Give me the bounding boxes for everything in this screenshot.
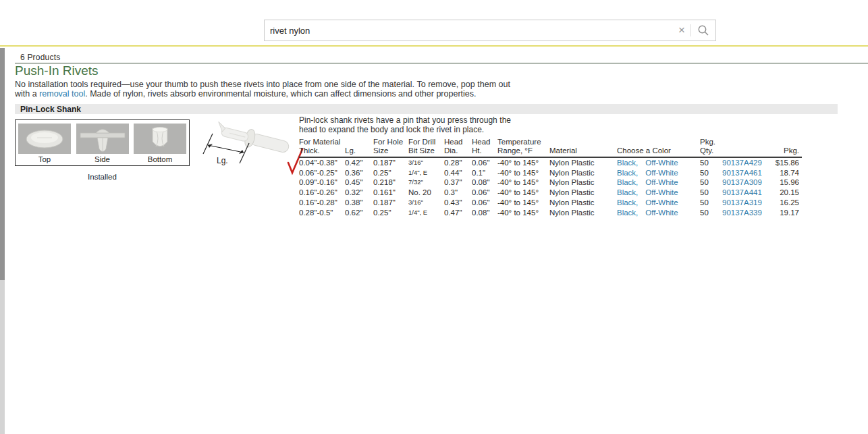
table-row: 0.06"-0.25"0.36"0.25"1/4", E0.44"0.1"-40… [299,168,802,178]
part-number-link[interactable]: 90137A339 [722,209,762,217]
color-link-black[interactable]: Black, [617,188,638,196]
cell-material: Nylon Plastic [549,157,617,168]
search-button[interactable] [691,21,715,40]
table-row: 0.28"-0.5"0.62"0.25"1/4", E0.47"0.08"-40… [299,208,802,218]
clear-search-icon[interactable]: × [673,21,690,40]
table-row: 0.16"-0.28"0.38"0.187"3/16"0.43"0.06"-40… [299,198,802,208]
cell-thick: 0.28"-0.5" [299,208,345,218]
view-bottom: Bottom [134,124,186,165]
yellow-divider [0,45,868,47]
cell-drill: No. 20 [408,188,444,198]
search-input[interactable] [265,26,673,36]
cell-material: Nylon Plastic [549,178,617,188]
cell-material: Nylon Plastic [549,198,617,208]
column-header-colors: Choose a Color [617,138,700,157]
color-link-offwhite[interactable]: Off-White [645,188,678,196]
cell-colors: Black,Off-White [617,178,700,188]
view-label: Side [94,155,110,163]
color-link-black[interactable]: Black, [617,198,638,207]
cell-ht: 0.1" [472,168,497,178]
cell-thick: 0.16"-0.26" [299,188,345,198]
cell-hole: 0.187" [373,198,408,208]
cell-ht: 0.08" [472,178,497,188]
cell-drill: 1/4", E [408,208,444,218]
part-number-link[interactable]: 90137A461 [722,169,762,177]
cell-colors: Black,Off-White [617,188,700,198]
column-header-lg: Lg. [345,138,373,157]
color-link-black[interactable]: Black, [617,209,638,217]
cell-qty: 50 [700,178,722,188]
intro-paragraph: No installation tools required—use your … [15,80,510,99]
installed-views-box: Top Side Bottom [15,119,190,166]
dimension-label-lg: Lg. [217,156,228,165]
cell-price: 19.17 [771,208,802,218]
cell-thick: 0.04"-0.38" [299,157,345,168]
column-header-thick: For MaterialThick. [299,138,345,157]
color-link-offwhite[interactable]: Off-White [645,159,678,167]
color-link-offwhite[interactable]: Off-White [645,209,678,217]
cell-colors: Black,Off-White [617,198,700,208]
rivet-top-view-image [18,124,71,154]
cell-temp: -40° to 145° [497,168,549,178]
cell-drill: 7/32" [408,178,444,188]
cell-drill: 3/16" [408,157,444,168]
view-label: Top [38,155,51,163]
color-link-black[interactable]: Black, [617,159,638,167]
section-bar: Pin-Lock Shank [15,104,838,114]
part-number-link[interactable]: 90137A429 [722,159,762,167]
cell-drill: 1/4", E [408,168,444,178]
view-top: Top [18,124,71,165]
cell-colors: Black,Off-White [617,157,700,168]
product-search-page: × 6 Products Push-In Rivets No installat… [0,0,868,434]
color-link-black[interactable]: Black, [617,169,638,177]
removal-tool-link[interactable]: removal tool [39,89,85,99]
cell-temp: -40° to 145° [497,188,549,198]
table-row: 0.16"-0.26"0.32"0.161"No. 200.3"0.06"-40… [299,188,802,198]
cell-thick: 0.09"-0.16" [299,178,345,188]
section-blurb: Pin-lock shank rivets have a pin that yo… [299,116,511,134]
color-link-offwhite[interactable]: Off-White [645,198,678,207]
product-table-wrap: For MaterialThick.Lg.For HoleSizeFor Dri… [299,138,802,217]
cell-ht: 0.08" [472,208,497,218]
product-table: For MaterialThick.Lg.For HoleSizeFor Dri… [299,138,802,217]
cell-dia: 0.47" [444,208,472,218]
cell-part: 90137A339 [722,208,771,218]
cell-ht: 0.06" [472,157,497,168]
cell-hole: 0.25" [373,208,408,218]
part-number-link[interactable]: 90137A309 [722,178,762,186]
cell-dia: 0.44" [444,168,472,178]
cell-dia: 0.43" [444,198,472,208]
section-title: Pin-Lock Shank [15,105,81,114]
cell-temp: -40° to 145° [497,157,549,168]
cell-temp: -40° to 145° [497,198,549,208]
part-number-link[interactable]: 90137A441 [722,188,762,196]
scrollbar-thumb[interactable] [0,48,5,280]
cell-price: 15.96 [771,178,802,188]
cell-dia: 0.3" [444,188,472,198]
cell-hole: 0.25" [373,168,408,178]
cell-qty: 50 [700,188,722,198]
cell-drill: 3/16" [408,198,444,208]
color-link-offwhite[interactable]: Off-White [645,169,678,177]
color-link-offwhite[interactable]: Off-White [645,178,678,186]
cell-dia: 0.28" [444,157,472,168]
rivet-bottom-view-image [134,124,186,154]
cell-price: 18.74 [771,168,802,178]
cell-lg: 0.42" [345,157,373,168]
search-box: × [264,20,716,41]
part-number-link[interactable]: 90137A319 [722,198,762,207]
cell-part: 90137A441 [722,188,771,198]
cell-dia: 0.37" [444,178,472,188]
column-header-ht: HeadHt. [472,138,497,157]
search-icon [697,24,709,36]
table-row: 0.04"-0.38"0.42"0.187"3/16"0.28"0.06"-40… [299,157,802,168]
color-link-black[interactable]: Black, [617,178,638,186]
cell-ht: 0.06" [472,198,497,208]
vertical-scrollbar[interactable] [0,48,5,434]
column-header-part [722,138,771,157]
cell-price: 16.25 [771,198,802,208]
cell-hole: 0.161" [373,188,408,198]
cell-colors: Black,Off-White [617,168,700,178]
table-row: 0.09"-0.16"0.45"0.218"7/32"0.37"0.08"-40… [299,178,802,188]
column-header-material: Material [549,138,617,157]
